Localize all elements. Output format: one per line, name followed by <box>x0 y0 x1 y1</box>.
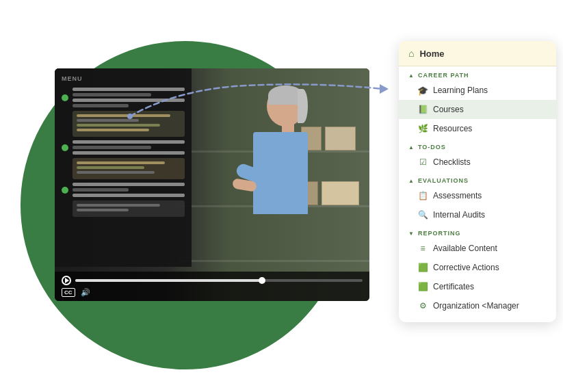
menu-panel: MENU <box>55 68 192 267</box>
courses-icon: 📗 <box>418 105 428 114</box>
person-figure <box>233 79 342 263</box>
menu-sub-panel-1 <box>73 111 185 137</box>
certificates-icon: 🟩 <box>418 282 428 291</box>
sidebar-item-courses[interactable]: 📗 Courses <box>399 100 556 119</box>
menu-label: MENU <box>62 75 185 82</box>
home-icon: ⌂ <box>408 48 414 59</box>
cc-button[interactable]: CC <box>62 288 75 297</box>
chevron-todos-icon: ▲ <box>408 144 415 151</box>
assessments-icon: 📋 <box>418 191 428 200</box>
menu-row-2 <box>62 140 185 155</box>
svg-marker-0 <box>380 84 389 94</box>
sidebar-navigation: ⌂ Home ▲ CAREER PATH 🎓 Learning Plans 📗 … <box>399 41 556 322</box>
main-scene: MENU <box>0 0 563 392</box>
audits-icon: 🔍 <box>418 210 428 220</box>
available-content-icon: ≡ <box>418 244 428 253</box>
menu-dot-3 <box>62 187 68 194</box>
menu-dot-1 <box>62 94 68 101</box>
menu-row-1 <box>62 88 185 107</box>
sidebar-item-learning-plans[interactable]: 🎓 Learning Plans <box>399 81 556 100</box>
progress-fill <box>75 279 262 282</box>
chevron-reporting-icon: ▼ <box>408 231 415 237</box>
section-header-evaluations: ▲ EVALUATIONS <box>399 172 556 186</box>
chevron-evaluations-icon: ▲ <box>408 178 415 184</box>
sidebar-item-corrective-actions[interactable]: 🟩 Corrective Actions <box>399 258 556 277</box>
menu-row-3 <box>62 183 185 197</box>
org-icon: ⚙ <box>418 301 428 311</box>
video-content: MENU <box>55 68 369 301</box>
sidebar-home-item[interactable]: ⌂ Home <box>399 41 556 66</box>
sidebar-item-org-manager[interactable]: ⚙ Organization <Manager <box>399 296 556 315</box>
evaluations-label: EVALUATIONS <box>418 177 469 184</box>
career-path-label: CAREER PATH <box>418 72 469 79</box>
section-header-todos: ▲ TO-DOS <box>399 138 556 153</box>
progress-bar[interactable] <box>75 279 363 282</box>
sidebar-item-assessments[interactable]: 📋 Assessments <box>399 186 556 205</box>
mortarboard-icon: 🎓 <box>418 86 428 95</box>
sidebar-item-checklists[interactable]: ☑ Checklists <box>399 153 556 172</box>
menu-dot-2 <box>62 144 68 151</box>
play-button[interactable] <box>62 276 71 285</box>
sidebar-item-available-content[interactable]: ≡ Available Content <box>399 239 556 258</box>
checklists-icon: ☑ <box>418 157 428 167</box>
video-player[interactable]: MENU <box>55 68 369 301</box>
sidebar-item-internal-audits[interactable]: 🔍 Internal Audits <box>399 205 556 224</box>
corrective-actions-icon: 🟩 <box>418 263 428 272</box>
reporting-label: REPORTING <box>418 230 461 237</box>
sidebar-item-certificates[interactable]: 🟩 Certificates <box>399 277 556 296</box>
volume-icon[interactable]: 🔊 <box>81 288 90 297</box>
menu-sub-panel-3 <box>73 200 185 217</box>
video-controls-bar: CC 🔊 <box>55 272 369 301</box>
resources-icon: 🌿 <box>418 124 428 133</box>
section-header-reporting: ▼ REPORTING <box>399 224 556 239</box>
chevron-career-icon: ▲ <box>408 73 415 79</box>
sidebar-item-resources[interactable]: 🌿 Resources <box>399 119 556 138</box>
progress-thumb <box>259 277 265 284</box>
home-label: Home <box>419 49 444 59</box>
section-header-career-path: ▲ CAREER PATH <box>399 66 556 81</box>
todos-label: TO-DOS <box>418 144 446 151</box>
menu-sub-panel-2 <box>73 158 185 179</box>
